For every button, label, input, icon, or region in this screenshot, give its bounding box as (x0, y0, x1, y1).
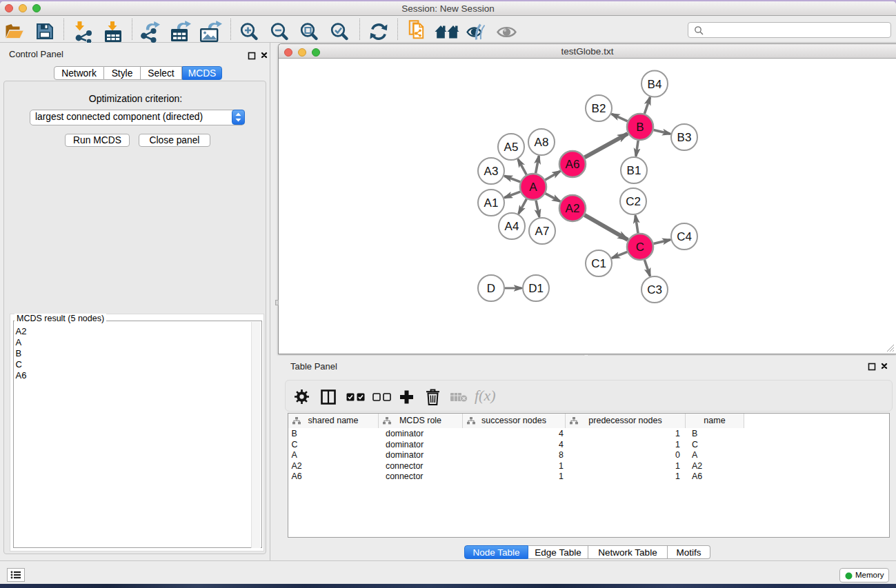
svg-text:A6: A6 (566, 158, 580, 171)
svg-text:C3: C3 (647, 283, 662, 296)
svg-text:D1: D1 (528, 282, 544, 295)
svg-text:A7: A7 (535, 225, 550, 238)
svg-text:A: A (529, 181, 537, 194)
svg-text:C4: C4 (677, 230, 692, 243)
svg-text:A4: A4 (505, 220, 519, 233)
svg-text:B3: B3 (677, 131, 692, 144)
svg-text:B: B (636, 121, 644, 134)
svg-text:B2: B2 (592, 102, 606, 115)
svg-text:D: D (487, 282, 495, 295)
svg-text:A5: A5 (504, 141, 519, 154)
svg-text:A3: A3 (484, 165, 499, 178)
svg-text:C1: C1 (591, 257, 606, 270)
svg-text:A2: A2 (566, 202, 580, 215)
svg-text:A1: A1 (484, 196, 499, 210)
svg-text:C2: C2 (626, 195, 641, 208)
svg-text:B1: B1 (627, 164, 641, 177)
svg-text:B4: B4 (648, 78, 662, 91)
svg-text:A8: A8 (535, 136, 549, 149)
svg-text:C: C (636, 241, 644, 254)
